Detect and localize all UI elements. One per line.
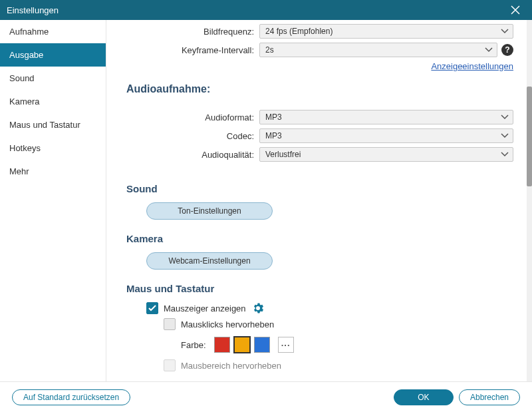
sidebar: Aufnahme Ausgabe Sound Kamera Maus und T… bbox=[0, 20, 106, 381]
highlight-clicks-checkbox[interactable] bbox=[164, 318, 176, 330]
ok-button[interactable]: OK bbox=[394, 389, 454, 405]
scrollbar-thumb[interactable] bbox=[527, 87, 532, 186]
codec-select[interactable]: MP3 bbox=[259, 128, 513, 143]
titlebar: Einstellungen bbox=[0, 0, 532, 20]
highlight-area-label: Mausbereich hervorheben bbox=[181, 361, 281, 371]
framerate-label: Bildfrequenz: bbox=[126, 27, 259, 37]
highlight-area-checkbox[interactable] bbox=[164, 359, 176, 371]
sidebar-item-mehr[interactable]: Mehr bbox=[0, 160, 106, 183]
chevron-down-icon bbox=[501, 27, 509, 36]
audio-recording-heading: Audioaufnahme: bbox=[126, 83, 513, 95]
keyframe-label: Keyframe-Intervall: bbox=[126, 45, 259, 55]
webcam-settings-button[interactable]: Webcam-Einstellungen bbox=[146, 252, 273, 270]
codec-label: Codec: bbox=[126, 131, 259, 141]
framerate-select[interactable]: 24 fps (Empfohlen) bbox=[259, 24, 513, 39]
help-icon[interactable]: ? bbox=[501, 44, 513, 56]
window-title: Einstellungen bbox=[7, 5, 505, 15]
sidebar-item-aufnahme[interactable]: Aufnahme bbox=[0, 20, 106, 43]
sidebar-item-kamera[interactable]: Kamera bbox=[0, 90, 106, 113]
color-label: Farbe: bbox=[181, 340, 206, 350]
more-colors-button[interactable]: ··· bbox=[278, 337, 294, 353]
highlight-clicks-label: Mausklicks hervorheben bbox=[181, 319, 274, 329]
main-panel: Bildfrequenz: 24 fps (Empfohlen) Keyfram… bbox=[106, 20, 527, 381]
color-swatch-red[interactable] bbox=[214, 337, 230, 353]
keyframe-select[interactable]: 2s bbox=[259, 43, 497, 57]
keyframe-value: 2s bbox=[265, 45, 274, 55]
reset-defaults-button[interactable]: Auf Standard zurücksetzen bbox=[12, 389, 130, 405]
color-swatch-yellow[interactable] bbox=[234, 337, 250, 353]
audioformat-label: Audioformat: bbox=[126, 112, 259, 122]
sidebar-item-maus-tastatur[interactable]: Maus und Tastatur bbox=[0, 113, 106, 136]
mouse-heading: Maus und Tastatur bbox=[126, 283, 513, 294]
camera-heading: Kamera bbox=[126, 233, 513, 244]
chevron-down-icon bbox=[501, 150, 509, 159]
color-swatch-blue[interactable] bbox=[254, 337, 270, 353]
close-icon bbox=[511, 5, 520, 15]
audioformat-select[interactable]: MP3 bbox=[259, 110, 513, 124]
show-cursor-label: Mauszeiger anzeigen bbox=[164, 304, 246, 313]
gear-icon[interactable] bbox=[253, 303, 263, 313]
show-cursor-checkbox[interactable] bbox=[146, 302, 158, 314]
sound-settings-button[interactable]: Ton-Einstellungen bbox=[146, 202, 273, 220]
framerate-value: 24 fps (Empfohlen) bbox=[265, 27, 332, 36]
sound-heading: Sound bbox=[126, 183, 513, 194]
close-button[interactable] bbox=[505, 0, 525, 20]
display-settings-link[interactable]: Anzeigeeinstellungen bbox=[431, 61, 513, 71]
check-icon bbox=[148, 305, 156, 311]
sidebar-item-ausgabe[interactable]: Ausgabe bbox=[0, 43, 106, 67]
audioquality-value: Verlustfrei bbox=[265, 150, 301, 159]
sidebar-item-hotkeys[interactable]: Hotkeys bbox=[0, 136, 106, 160]
cancel-button[interactable]: Abbrechen bbox=[459, 389, 520, 405]
sidebar-item-sound[interactable]: Sound bbox=[0, 67, 106, 90]
chevron-down-icon bbox=[501, 131, 509, 140]
footer: Auf Standard zurücksetzen OK Abbrechen bbox=[0, 381, 532, 412]
chevron-down-icon bbox=[501, 112, 509, 122]
audioquality-select[interactable]: Verlustfrei bbox=[259, 147, 513, 162]
scrollbar[interactable] bbox=[527, 20, 532, 381]
codec-value: MP3 bbox=[265, 131, 282, 140]
audioformat-value: MP3 bbox=[265, 112, 282, 122]
audioquality-label: Audioqualität: bbox=[126, 150, 259, 160]
chevron-down-icon bbox=[485, 45, 493, 55]
